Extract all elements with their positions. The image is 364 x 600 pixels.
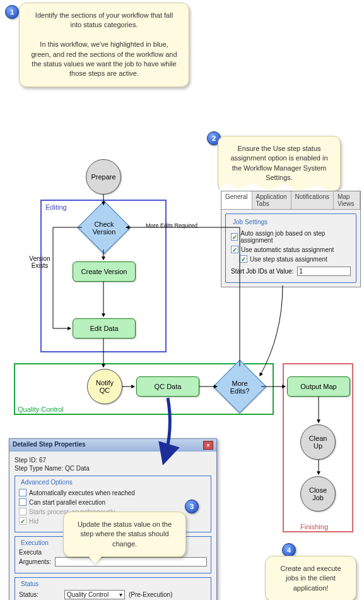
callout-2: Ensure the Use step status assignment op… [218, 136, 341, 191]
step-id-label: Step ID: [15, 457, 37, 464]
zone-qc-label: Quality Control [18, 405, 64, 413]
chevron-down-icon: ▾ [119, 591, 122, 598]
node-edit-data: Edit Data [73, 318, 136, 339]
callout-4-text: Create and execute jobs in the client ap… [280, 565, 341, 592]
badge-4: 4 [282, 543, 296, 557]
zone-finishing-label: Finishing [300, 523, 328, 531]
callout-1: Identify the sections of your workflow t… [19, 3, 189, 87]
edge-version-exists: Version Exists [25, 255, 54, 269]
node-prepare: Prepare [86, 159, 121, 195]
status-label: Status: [19, 591, 61, 598]
step-type-label: Step Type Name: [15, 465, 63, 472]
edge-more-edits-required: More Edits Required [146, 222, 197, 229]
checkbox-icon [19, 489, 26, 496]
callout-3: Update the status value on the step wher… [63, 512, 186, 557]
tab-notifications[interactable]: Notifications [291, 191, 334, 209]
check-icon: ✓ [231, 233, 238, 241]
start-id-row: Start Job IDs at Value: [231, 267, 351, 276]
job-settings-group: Job Settings ✓Auto assign job based on s… [225, 213, 356, 283]
arguments-label: Arguments: [19, 558, 51, 565]
tab-general[interactable]: General [221, 191, 252, 209]
callout-4: Create and execute jobs in the client ap… [265, 556, 356, 600]
dialog-titlebar: Detailed Step Properties × [9, 439, 216, 452]
callout-1-p1: Identify the sections of your workflow t… [30, 11, 179, 30]
badge-3: 3 [185, 500, 199, 513]
checkbox-icon: ✓ [19, 517, 26, 525]
settings-panel: General Application Tabs Notifications M… [221, 191, 361, 287]
step-id-value: 67 [39, 457, 46, 464]
callout-2-text: Ensure the Use step status assignment op… [230, 145, 327, 181]
chk-auto-assign[interactable]: ✓Auto assign job based on step assignmen… [231, 230, 351, 244]
node-create-version: Create Version [73, 261, 136, 282]
node-notify-qc: Notify QC [87, 369, 122, 404]
node-qc-data: QC Data [136, 376, 199, 397]
chk-parallel[interactable]: Can start parallel execution [19, 498, 207, 506]
checkbox-icon [19, 498, 26, 506]
advanced-legend: Advanced Options [19, 479, 74, 486]
execution-legend: Execution [19, 539, 50, 546]
check-icon: ✓ [231, 246, 238, 253]
node-clean-up: Clean Up [300, 424, 336, 460]
status-legend: Status [19, 580, 40, 587]
arguments-input[interactable] [55, 557, 207, 567]
node-close-job: Close Job [300, 476, 336, 512]
start-id-input[interactable] [297, 267, 351, 276]
callout-3-text: Update the status value on the step wher… [78, 520, 172, 548]
status-group: Status Status: Quality Control▾ (Pre-Exe… [15, 577, 211, 600]
dialog-title: Detailed Step Properties [13, 441, 86, 450]
tab-mapviews[interactable]: Map Views [334, 191, 360, 209]
checkbox-icon [19, 508, 26, 515]
check-icon: ✓ [240, 255, 247, 263]
start-id-label: Start Job IDs at Value: [231, 268, 293, 275]
tab-apptabs[interactable]: Application Tabs [252, 191, 291, 209]
job-settings-legend: Job Settings [231, 219, 269, 225]
badge-1: 1 [5, 5, 19, 19]
close-icon[interactable]: × [203, 441, 213, 450]
chk-auto-execute[interactable]: Automatically executes when reached [19, 489, 207, 496]
node-output-map: Output Map [287, 376, 350, 397]
status-combo[interactable]: Quality Control▾ [64, 590, 125, 599]
zone-editing-label: Editing [45, 203, 67, 211]
chk-auto-status[interactable]: ✓Use automatic status assignment [231, 246, 351, 253]
callout-1-p2: In this workflow, we've highlighted in b… [30, 40, 179, 79]
chk-step-status[interactable]: ✓Use step status assignment [240, 255, 351, 263]
step-type-value: QC Data [65, 465, 90, 472]
status-suffix: (Pre-Execution) [129, 591, 172, 598]
settings-tabs: General Application Tabs Notifications M… [221, 191, 360, 210]
